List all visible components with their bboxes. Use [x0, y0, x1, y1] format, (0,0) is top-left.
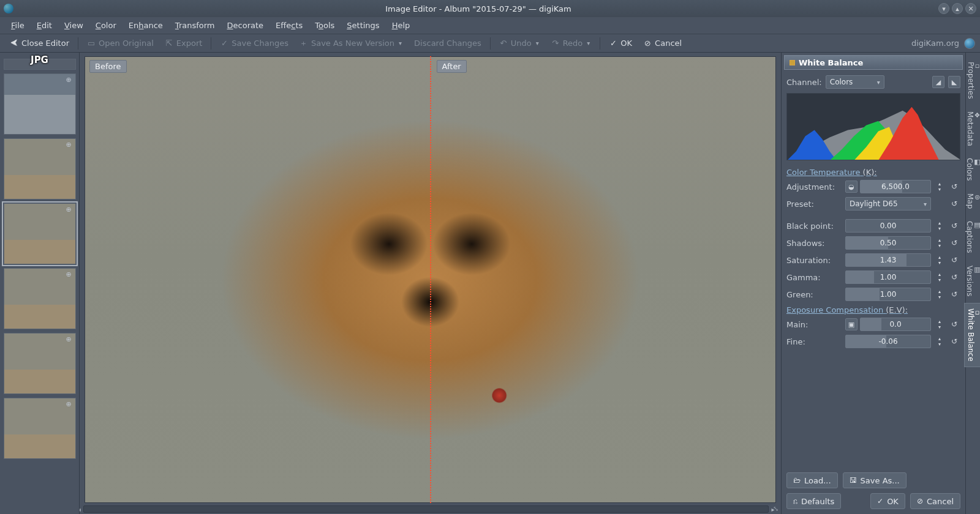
thumbnail[interactable]: ⊕JPG: [4, 398, 76, 459]
chevron-down-icon: ▾: [924, 201, 927, 207]
window-minimize-button[interactable]: ▾: [938, 3, 949, 14]
green-stepper[interactable]: ▴▾: [935, 288, 944, 301]
thumbnail[interactable]: ⊕JPG: [4, 138, 76, 199]
chevron-down-icon[interactable]: ▾: [398, 40, 403, 47]
redo-button: ↷Redo▾: [546, 37, 597, 50]
reset-icon[interactable]: ↺: [949, 182, 959, 192]
ok-button[interactable]: ✓OK: [604, 37, 637, 50]
reset-icon[interactable]: ↺: [949, 199, 959, 209]
panel-cancel-button[interactable]: ⊘Cancel: [910, 493, 960, 509]
reset-icon[interactable]: ↺: [949, 289, 959, 299]
black-point-stepper[interactable]: ▴▾: [935, 219, 944, 233]
color-picker-button[interactable]: ◒: [845, 181, 858, 193]
panel-ok-button[interactable]: ✓OK: [870, 493, 905, 509]
menu-enhance[interactable]: Enhance: [124, 19, 168, 32]
thumbnail[interactable]: ⊕JPG: [4, 203, 76, 264]
resize-grip-icon[interactable]: ⤡: [773, 505, 778, 513]
scroll-left-icon[interactable]: ◂: [80, 506, 83, 512]
tab-properties[interactable]: ▫Properties: [964, 56, 980, 105]
tab-white-balance[interactable]: ▫White Balance: [964, 303, 980, 367]
cancel-button[interactable]: ⊘Cancel: [638, 37, 687, 50]
scale-linear-button[interactable]: ◢: [932, 76, 944, 88]
thumbnail-strip[interactable]: JPG ⊕JPG ⊕JPG ⊕JPG ⊕JPG ⊕JPG ⊕JPG: [0, 53, 80, 514]
side-tabs: ▫Properties ❖Metadata ◧Colors ⊚Map ▤Capt…: [965, 53, 980, 514]
adjustment-stepper[interactable]: ▴▾: [935, 180, 944, 193]
green-input[interactable]: 1.00: [845, 288, 931, 301]
tab-captions[interactable]: ▤Captions: [963, 215, 980, 259]
menu-settings[interactable]: Settings: [342, 19, 384, 32]
auto-exposure-button[interactable]: ▣: [845, 318, 858, 330]
thumbnail[interactable]: JPG: [4, 59, 76, 70]
reset-icon[interactable]: ↺: [949, 255, 959, 265]
brand-link[interactable]: digiKam.org: [911, 39, 959, 48]
channel-select[interactable]: Colors▾: [826, 75, 884, 89]
gamma-stepper[interactable]: ▴▾: [935, 270, 944, 284]
fine-stepper[interactable]: ▴▾: [935, 335, 944, 348]
tab-colors[interactable]: ◧Colors: [963, 152, 980, 187]
thumbnail[interactable]: ⊕JPG: [4, 268, 76, 329]
palette-icon: ◧: [974, 158, 980, 166]
thumbnail[interactable]: ⊕JPG: [4, 333, 76, 394]
green-label: Green:: [786, 290, 842, 299]
menu-file[interactable]: File: [6, 19, 29, 32]
menu-tools[interactable]: Tools: [310, 19, 339, 32]
menu-view[interactable]: View: [59, 19, 88, 32]
globe-icon[interactable]: [964, 38, 975, 49]
reset-icon[interactable]: ↺: [949, 337, 959, 346]
check-icon: ✓: [877, 497, 883, 505]
saturation-stepper[interactable]: ▴▾: [935, 253, 944, 267]
scale-log-button[interactable]: ◣: [948, 76, 960, 88]
defaults-button[interactable]: ⎌Defaults: [786, 493, 841, 509]
revert-icon: ⎌: [793, 497, 797, 505]
separator: [78, 37, 78, 50]
reset-icon[interactable]: ↺: [949, 272, 959, 282]
toolbar: ⮜Close Editor ▭Open Original ⇱Export ✓Sa…: [0, 34, 980, 53]
chevron-down-icon[interactable]: ▾: [535, 40, 540, 47]
saturation-label: Saturation:: [786, 256, 842, 265]
menu-decorate[interactable]: Decorate: [222, 19, 269, 32]
load-button[interactable]: 🗁Load...: [786, 472, 838, 488]
menu-color[interactable]: Color: [91, 19, 121, 32]
menu-help[interactable]: Help: [387, 19, 415, 32]
tab-versions[interactable]: ▥Versions: [963, 260, 980, 302]
menu-transform[interactable]: Transform: [170, 19, 220, 32]
reset-icon[interactable]: ↺: [949, 319, 959, 329]
shadows-input[interactable]: 0.50: [845, 236, 931, 250]
chevron-down-icon[interactable]: ▾: [586, 40, 591, 47]
folder-open-icon: 🗁: [793, 476, 801, 485]
image-canvas[interactable]: Before After ◂ ▸ ⤡: [80, 53, 782, 514]
menu-file-label: ile: [15, 21, 24, 30]
balance-icon: ▫: [975, 308, 979, 316]
fine-input[interactable]: -0.06: [845, 335, 931, 348]
window-title: Image Editor - Album "2015-07-29" — digi…: [18, 4, 938, 13]
horizontal-scrollbar[interactable]: ◂ ▸: [83, 505, 769, 513]
main-input[interactable]: 0.0: [860, 318, 931, 331]
tag-icon: ❖: [974, 111, 980, 119]
globe-icon: ⊕: [66, 270, 74, 278]
menu-edit[interactable]: Edit: [32, 19, 57, 32]
thumbnail[interactable]: ⊕JPG: [4, 73, 76, 135]
check-icon: ✓: [220, 39, 228, 48]
globe-icon: ⊕: [66, 400, 74, 408]
menu-effects[interactable]: Effects: [271, 19, 307, 32]
close-editor-button[interactable]: ⮜Close Editor: [5, 37, 74, 50]
shadows-stepper[interactable]: ▴▾: [935, 236, 944, 250]
main-stepper[interactable]: ▴▾: [935, 318, 944, 331]
cancel-icon: ⊘: [643, 39, 652, 48]
gamma-label: Gamma:: [786, 273, 842, 282]
reset-icon[interactable]: ↺: [949, 221, 959, 231]
saturation-input[interactable]: 1.43: [845, 253, 931, 267]
tab-metadata[interactable]: ❖Metadata: [963, 106, 980, 152]
gamma-input[interactable]: 1.00: [845, 270, 931, 284]
preset-select[interactable]: Daylight D65▾: [845, 197, 931, 210]
window-maximize-button[interactable]: ▴: [952, 3, 963, 14]
adjustment-panel: White Balance Channel: Colors▾ ◢ ◣ Color…: [782, 53, 965, 514]
reset-icon[interactable]: ↺: [949, 238, 959, 248]
tab-map[interactable]: ⊚Map: [963, 188, 980, 214]
plus-icon: ＋: [300, 39, 308, 48]
save-as-button[interactable]: 🖫Save As...: [843, 472, 907, 488]
window-close-button[interactable]: ✕: [965, 3, 976, 14]
adjustment-input[interactable]: 6,500.0: [860, 180, 931, 193]
black-point-input[interactable]: 0.00: [845, 219, 931, 233]
before-after-divider[interactable]: [430, 56, 431, 503]
